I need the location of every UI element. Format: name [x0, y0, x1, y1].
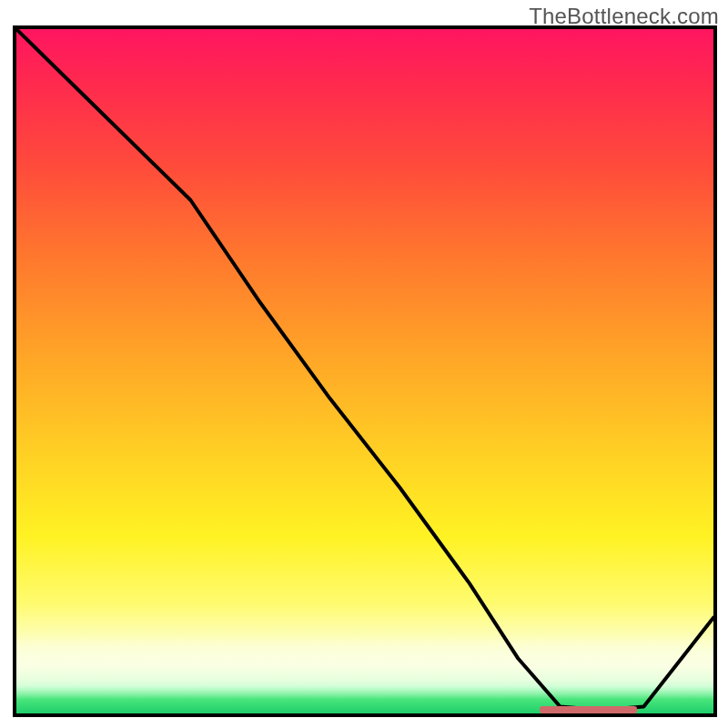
bottleneck-curve-line: [16, 29, 713, 710]
chart-stage: TheBottleneck.com: [0, 0, 728, 728]
watermark-text: TheBottleneck.com: [529, 4, 719, 29]
plot-area: [13, 25, 717, 717]
minimum-region-marker: [540, 706, 637, 713]
curve-layer: [16, 29, 713, 713]
